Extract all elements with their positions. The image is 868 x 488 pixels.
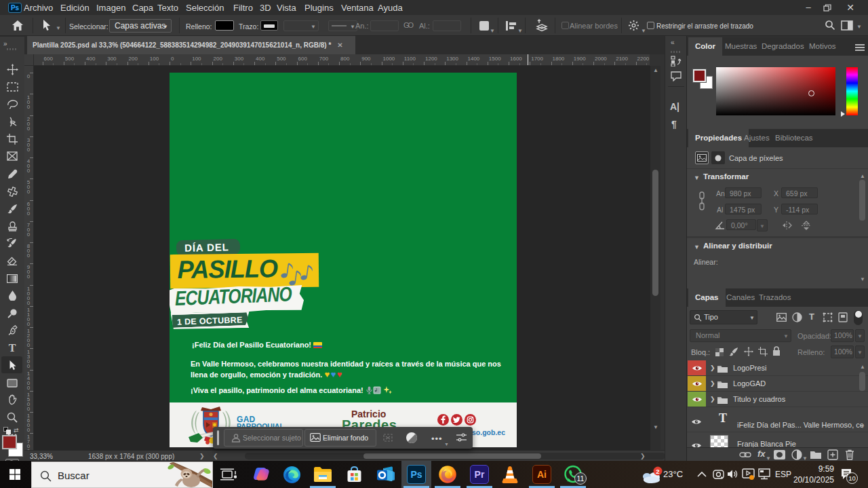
svg-text:T: T xyxy=(9,343,16,353)
svg-text:2: 2 xyxy=(656,468,659,475)
